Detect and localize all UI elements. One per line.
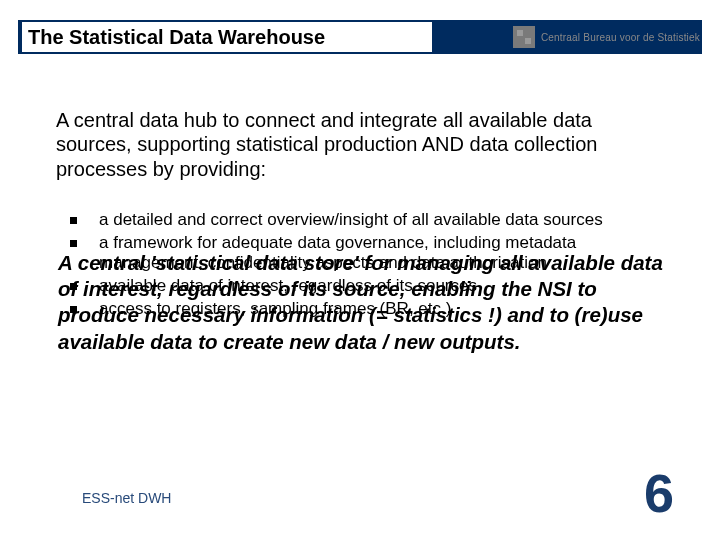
intro-paragraph: A central data hub to connect and integr… (56, 108, 672, 181)
page-number: 6 (644, 462, 674, 524)
brand-text: Centraal Bureau voor de Statistiek (541, 32, 700, 43)
bullet-text: a detailed and correct overview/insight … (99, 210, 680, 231)
bullet-icon (70, 240, 77, 247)
brand-mark-icon (513, 26, 535, 48)
list-item: a detailed and correct overview/insight … (70, 210, 680, 233)
bullet-icon (70, 217, 77, 224)
slide: The Statistical Data Warehouse Centraal … (0, 0, 720, 540)
overlay-paragraph: A central 'statistical data store' for m… (58, 250, 674, 355)
footer-label: ESS-net DWH (82, 490, 171, 506)
brand-logo: Centraal Bureau voor de Statistiek (513, 23, 700, 51)
slide-title: The Statistical Data Warehouse (28, 26, 325, 49)
title-box: The Statistical Data Warehouse (22, 22, 432, 52)
